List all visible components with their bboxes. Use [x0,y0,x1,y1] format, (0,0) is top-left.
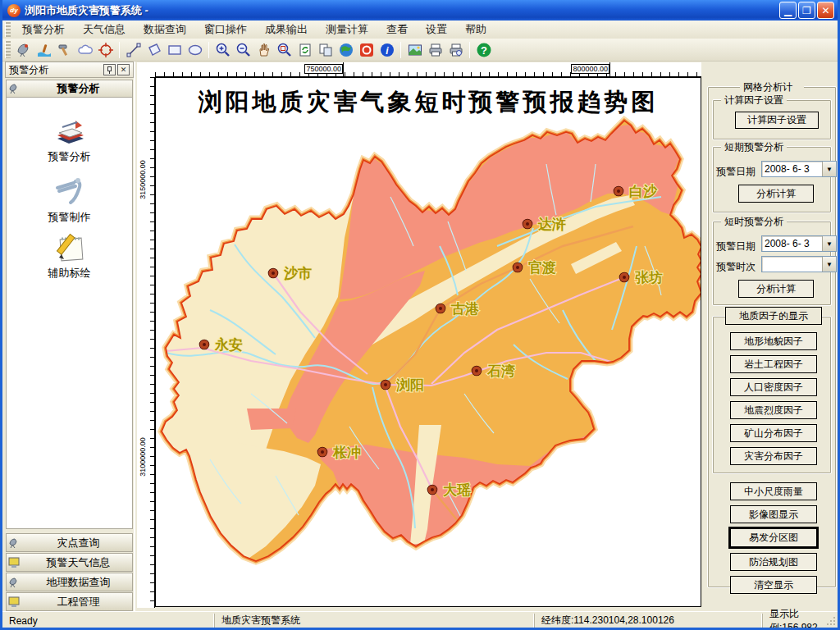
tool-auxiliary-drawing[interactable]: 辅助标绘 [7,231,132,281]
status-bar: Ready 地质灾害预警系统 经纬度:114.230104,28.100126 … [2,611,838,630]
info-icon[interactable]: i [377,40,397,60]
tool-warning-making[interactable]: 预警制作 [7,175,132,225]
svg-text:永安: 永安 [214,336,243,353]
notepad-pencil-icon [51,231,89,263]
map-page[interactable]: 浏阳地质灾害气象短时预警预报趋势图 [155,77,701,607]
population-factor-button[interactable]: 人口密度因子 [730,378,817,396]
short-term-date-combo[interactable]: 2008- 6- 3 ▼ [761,161,837,177]
flood-tool-icon[interactable] [34,40,54,60]
status-system-name: 地质灾害预警系统 [214,614,534,628]
sidebar-item-weather-info[interactable]: 预警天气信息 [6,553,133,572]
disaster-factor-button[interactable]: 灾害分布因子 [730,447,817,465]
zoom-out-icon[interactable] [233,40,253,60]
warning-period-label: 预警时次 [716,260,756,274]
window-title: 浏阳市地质灾害预警系统 - [25,3,778,18]
mine-factor-button[interactable]: 矿山分布因子 [730,424,817,442]
menu-warning-analysis[interactable]: 预警分析 [13,21,74,39]
satellite-mini-icon [7,536,25,550]
menu-weather-info[interactable]: 天气信息 [74,21,135,39]
line-tool-icon[interactable] [123,40,144,60]
tool-warning-analysis[interactable]: 预警分析 [7,117,132,164]
chevron-down-icon[interactable]: ▼ [822,236,836,251]
short-time-date-combo[interactable]: 2008- 6- 3 ▼ [761,235,837,252]
chevron-down-icon[interactable]: ▼ [822,162,836,176]
tool-label: 预警制作 [7,210,132,225]
susceptibility-zoning-button[interactable]: 易发分区图 [729,527,818,548]
app-icon: dy [7,4,21,17]
menu-settings[interactable]: 设置 [417,21,456,39]
terrain-factor-button[interactable]: 地形地貌因子 [730,332,817,350]
svg-text:达浒: 达浒 [537,217,566,232]
close-button[interactable]: ✕ [817,2,834,19]
menu-window-ops[interactable]: 窗口操作 [195,21,256,39]
rainfall-button[interactable]: 中小尺度雨量 [730,482,817,500]
copy-page-icon[interactable] [315,40,336,60]
left-panel: 预警分析 预警分析 预警制作 辅助标绘 灾点查询 预警天气信息 [5,78,134,611]
short-term-analyze-button[interactable]: 分析计算 [738,185,814,203]
hammer-tool-icon[interactable] [54,40,75,60]
seismic-factor-button[interactable]: 地震烈度因子 [730,401,817,419]
stop-icon[interactable] [356,40,377,60]
right-panel: 网格分析计算 计算因子设置 计算因子设置 短期预警分析 预警日期 2008- 6… [704,62,840,611]
menu-data-query[interactable]: 数据查询 [135,21,195,39]
left-panel-titlebar: 预警分析 ✕ [5,62,134,78]
geo-factor-display-button[interactable]: 地质因子的显示 [725,307,822,325]
svg-text:石湾: 石湾 [486,363,515,379]
image-view-icon[interactable] [404,40,425,60]
svg-text:沙市: 沙市 [283,266,312,281]
crosshair-tool-icon[interactable] [95,40,116,60]
liuyang-map[interactable]: 沙市 永安 达浒 白沙 官渡 张坊 古港 石湾 浏阳 枨冲 大瑶 [156,78,701,607]
zoom-window-icon[interactable] [274,40,294,60]
minimize-button[interactable]: ▁ [779,2,797,19]
toolbar-grip[interactable] [5,41,11,59]
menu-result-output[interactable]: 成果输出 [256,21,317,39]
chevron-down-icon[interactable]: ▼ [822,257,836,272]
title-bar[interactable]: dy 浏阳市地质灾害预警系统 - ▁ ❐ ✕ [2,0,838,21]
pin-icon[interactable] [103,64,116,75]
prevention-plan-button[interactable]: 防治规划图 [730,553,817,571]
short-term-date-label: 预警日期 [716,165,756,179]
refresh-page-icon[interactable] [294,40,315,60]
cloud-tool-icon[interactable] [75,40,95,60]
clear-display-button[interactable]: 清空显示 [730,576,817,594]
sidebar-item-label: 工程管理 [25,595,132,609]
menu-help[interactable]: 帮助 [456,21,495,39]
sidebar-item-project-management[interactable]: 工程管理 [6,592,133,611]
svg-text:?: ? [481,44,487,57]
globe-icon[interactable] [336,40,356,60]
resize-grip[interactable] [826,616,837,627]
restore-button[interactable]: ❐ [798,2,815,19]
tool-label: 辅助标绘 [7,266,132,281]
polygon-tool-icon[interactable] [144,40,164,60]
print-preview-icon[interactable] [445,40,466,60]
satellite-dish-icon[interactable] [13,40,34,60]
close-panel-icon[interactable]: ✕ [117,64,130,75]
sidebar-item-disaster-query[interactable]: 灾点查询 [6,533,133,552]
tool-label: 预警分析 [7,149,132,164]
menu-view[interactable]: 查看 [377,21,417,39]
svg-text:大瑶: 大瑶 [443,482,471,498]
short-term-date-value: 2008- 6- 3 [762,163,822,175]
factor-setting-button[interactable]: 计算因子设置 [735,112,819,129]
menu-measure-calc[interactable]: 测量计算 [317,21,377,39]
ellipse-tool-icon[interactable] [185,40,205,60]
rectangle-tool-icon[interactable] [164,40,185,60]
zoom-in-icon[interactable] [212,40,233,60]
image-display-button[interactable]: 影像图显示 [730,505,817,523]
warning-period-combo[interactable]: ▼ [761,256,837,272]
print-icon[interactable] [425,40,445,60]
satellite-mini-icon [7,576,25,589]
svg-text:浏阳: 浏阳 [395,377,424,393]
help-icon[interactable]: ? [473,40,494,60]
sidebar-item-geo-data-query[interactable]: 地理数据查询 [6,573,133,591]
menu-grip[interactable] [5,22,11,37]
short-time-analyze-button[interactable]: 分析计算 [738,280,814,298]
left-panel-body: 预警分析 预警制作 辅助标绘 [6,98,133,529]
geotech-factor-button[interactable]: 岩土工程因子 [730,355,817,373]
short-time-group-label: 短时预警分析 [721,215,787,229]
svg-text:官渡: 官渡 [528,259,556,276]
book-icon [51,117,89,147]
short-time-date-value: 2008- 6- 3 [762,238,822,249]
ruler-left: 3150000.00 3100000.00 [137,77,155,608]
pan-hand-icon[interactable] [253,40,274,60]
